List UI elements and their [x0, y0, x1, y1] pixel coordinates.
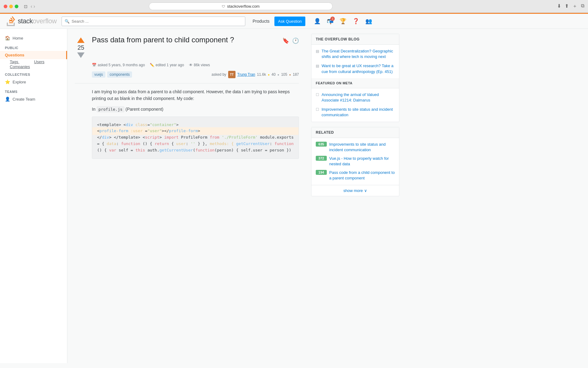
sidebar-item-create-team[interactable]: 👤 Create Team — [0, 95, 67, 103]
silver-count: 105 — [281, 72, 287, 77]
overflow-blog-header: THE OVERFLOW BLOG — [311, 34, 399, 45]
back-arrow-icon[interactable]: ‹ — [31, 4, 32, 9]
related-item-2: 372 Vue.js - How to properly watch for n… — [316, 156, 395, 167]
meta-icon-1: ☐ — [316, 93, 319, 97]
related-link-2[interactable]: Vue.js - How to properly watch for neste… — [329, 156, 395, 167]
explore-label: Explore — [13, 80, 26, 84]
search-icon: 🔍 — [65, 19, 70, 24]
author-username[interactable]: Trung Tran — [237, 72, 255, 77]
vote-section: 25 — [75, 35, 87, 58]
code-line-import: import ProfileForm from './ProfileForm' — [164, 135, 258, 140]
show-more-text: show more — [343, 188, 363, 193]
views-count: 👁 86k views — [189, 63, 210, 67]
achievements-icon-button[interactable]: 🏆 — [338, 17, 348, 26]
share-icon[interactable]: ⬆ — [565, 3, 569, 10]
show-more-section: show more ∨ — [311, 185, 399, 196]
code-line-auth: auth.getCurrentUser(function(person) { — [147, 148, 238, 152]
code-line-1: <template> — [97, 122, 121, 127]
featured-meta-header: FEATURED ON META — [311, 78, 399, 88]
code-line-2: <div class="container"> — [123, 122, 179, 127]
browser-actions: ⬇ ⬆ ＋ ⧉ — [557, 3, 584, 10]
home-icon: 🏠 — [5, 36, 10, 40]
so-logo[interactable]: stackoverflow — [6, 16, 57, 26]
gold-badge-icon: ● — [268, 73, 270, 76]
code-line-user: user: '' — [176, 141, 195, 146]
users-label: Users — [34, 59, 44, 64]
meta-link-2[interactable]: Improvements to site status and incident… — [322, 107, 395, 118]
tags-row: vuejs components asked by TT Trung Tran … — [75, 71, 299, 78]
show-more-link[interactable]: show more ∨ — [315, 188, 396, 193]
in-text: In — [92, 107, 96, 112]
blog-link-1[interactable]: The Great Decentralization? Geographic s… — [322, 48, 395, 59]
author-avatar: TT — [228, 71, 236, 78]
related-link-1[interactable]: Improvements to site status and incident… — [329, 142, 395, 153]
security-icon: 🛡 — [222, 5, 225, 8]
related-card: RELATED 635 Improvements to site status … — [311, 127, 399, 196]
bronze-count: 187 — [293, 72, 299, 77]
help-icon-button[interactable]: ❓ — [351, 17, 360, 26]
profile-js-code: profile.js — [97, 106, 124, 112]
related-link-3[interactable]: Pass code from a child component to a pa… — [329, 170, 395, 181]
related-score-1: 635 — [316, 142, 327, 147]
tag-vuejs[interactable]: vuejs — [92, 71, 105, 78]
community-icon-button[interactable]: 👥 — [364, 17, 373, 26]
edited-time: ✏️ edited 1 year ago — [150, 63, 184, 67]
question-meta: 📅 asked 5 years, 9 months ago ✏️ edited … — [75, 63, 299, 67]
asked-time: 📅 asked 5 years, 9 months ago — [92, 63, 145, 67]
code-line-var: var self = this — [109, 148, 145, 152]
question-divider — [75, 83, 299, 83]
download-icon[interactable]: ⬇ — [557, 3, 561, 10]
tabs-icon[interactable]: ⧉ — [581, 3, 584, 10]
products-nav-link[interactable]: Products — [253, 19, 270, 24]
inbox-icon-button[interactable]: 📬 1 — [326, 17, 335, 26]
code-line-close-return: } — [198, 141, 200, 146]
meta-link-1[interactable]: Announcing the arrival of Valued Associa… — [322, 92, 395, 103]
sidebar-item-companies[interactable]: Companies — [0, 63, 35, 71]
related-header: RELATED — [311, 127, 399, 138]
close-button[interactable] — [4, 5, 7, 8]
question-title: Pass data from parent to child component… — [92, 35, 277, 44]
meta-icon-2: ☐ — [316, 107, 319, 112]
minimize-button[interactable] — [9, 5, 13, 8]
calendar-icon: 📅 — [92, 63, 96, 67]
ask-question-button[interactable]: Ask Question — [274, 17, 305, 26]
new-tab-icon[interactable]: ＋ — [572, 3, 577, 10]
fullscreen-button[interactable] — [15, 5, 18, 8]
nav-arrows: ‹ › — [31, 4, 35, 9]
question-header: 25 Pass data from parent to child compon… — [75, 35, 299, 58]
sidebar-item-explore[interactable]: ⭐ Explore — [0, 78, 67, 86]
related-score-2: 372 — [316, 156, 327, 161]
blog-icon-1: ▤ — [316, 49, 319, 53]
vote-up-button[interactable] — [77, 37, 85, 43]
edit-icon: ✏️ — [150, 63, 154, 67]
bookmark-icon[interactable]: 🔖 — [282, 37, 289, 44]
star-icon: ⭐ — [5, 79, 10, 84]
gold-count: 40 — [271, 72, 275, 77]
code-line-4: </div> — [97, 135, 111, 140]
parent-component-text: (Parent component) — [126, 107, 164, 112]
history-icon[interactable]: 🕐 — [292, 37, 299, 44]
url-bar[interactable]: 🛡 stackoverflow.com — [149, 2, 333, 10]
chevron-down-icon: ∨ — [364, 188, 367, 193]
profile-icon-button[interactable]: 👤 — [313, 17, 322, 26]
sidebar-teams-section: TEAMS — [0, 86, 67, 95]
header-search: 🔍 — [62, 17, 245, 26]
blog-link-2[interactable]: Want to be great at UX research? Take a … — [322, 63, 395, 74]
question-body-p2: In profile.js (Parent component) — [92, 106, 299, 113]
sidebar-toggle-icon[interactable]: ⊡ — [24, 4, 28, 9]
sidebar-item-home[interactable]: 🏠 Home — [0, 34, 67, 42]
companies-label: Companies — [10, 64, 30, 69]
bronze-badge-icon: ● — [289, 73, 291, 76]
silver-badge-icon: ● — [277, 73, 279, 76]
related-score-3: 194 — [316, 170, 327, 175]
blog-icon-2: ▤ — [316, 64, 319, 68]
meta-item-2: ☐ Improvements to site status and incide… — [316, 107, 395, 118]
asked-by-label: asked by — [212, 72, 226, 77]
forward-arrow-icon[interactable]: › — [33, 4, 35, 9]
code-line-script: <script> — [143, 135, 162, 140]
vote-down-button[interactable] — [77, 52, 85, 58]
so-logo-icon — [6, 16, 16, 26]
search-input[interactable] — [62, 17, 245, 26]
people-icon: 👤 — [5, 97, 10, 102]
tag-components[interactable]: components — [107, 71, 132, 78]
